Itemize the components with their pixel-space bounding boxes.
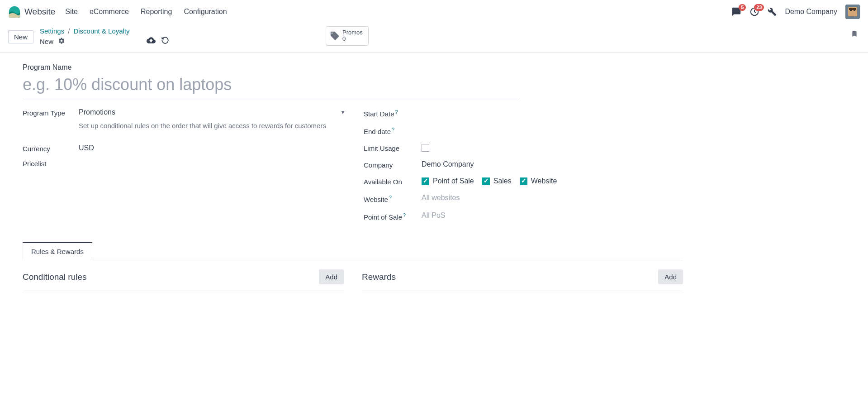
main-menu: Site eCommerce Reporting Configuration	[65, 8, 227, 16]
form-left-column: Program Type Promotions ▼ Set up conditi…	[23, 108, 346, 229]
rewards-title: Rewards	[362, 272, 396, 282]
pos-select[interactable]: All PoS	[422, 211, 683, 220]
pricelist-label: Pricelist	[23, 159, 79, 168]
program-type-value: Promotions	[79, 108, 115, 116]
add-reward-button[interactable]: Add	[658, 269, 683, 284]
tab-rules-rewards[interactable]: Rules & Rewards	[23, 242, 92, 260]
sales-checkbox[interactable]	[482, 177, 490, 185]
tab-bar: Rules & Rewards	[23, 242, 683, 260]
conditional-rules-title: Conditional rules	[23, 272, 87, 282]
pos-checkbox-label: Point of Sale	[433, 177, 474, 185]
activities-icon[interactable]: 23	[749, 7, 759, 17]
pos-select-label: Point of Sale?	[364, 211, 422, 221]
website-checkbox[interactable]	[520, 177, 527, 185]
program-type-description: Set up conditional rules on the order th…	[79, 121, 332, 131]
add-rule-button[interactable]: Add	[319, 269, 344, 284]
rewards-list	[362, 291, 683, 300]
program-name-input[interactable]	[23, 73, 520, 98]
app-logo[interactable]	[8, 5, 21, 18]
breadcrumb-current: New	[40, 38, 53, 45]
new-button[interactable]: New	[8, 30, 33, 43]
messages-badge: 5	[739, 4, 746, 11]
available-on-label: Available On	[364, 177, 422, 186]
activities-badge: 23	[754, 4, 764, 11]
messages-icon[interactable]: 5	[731, 7, 741, 17]
help-icon[interactable]: ?	[392, 127, 394, 132]
website-select[interactable]: All websites	[422, 194, 683, 202]
menu-configuration[interactable]: Configuration	[184, 8, 227, 16]
end-date-label: End date?	[364, 126, 422, 135]
status-icons	[147, 36, 169, 47]
sales-checkbox-label: Sales	[493, 177, 512, 185]
tags-icon	[330, 31, 340, 41]
rewards-column: Rewards Add	[362, 269, 683, 300]
menu-site[interactable]: Site	[65, 8, 78, 16]
gear-icon[interactable]	[58, 37, 65, 46]
rules-list	[23, 291, 344, 300]
menu-reporting[interactable]: Reporting	[141, 8, 172, 16]
limit-usage-checkbox[interactable]	[422, 144, 429, 152]
website-label: Website?	[364, 194, 422, 203]
debug-icon[interactable]	[768, 7, 777, 16]
control-bar: New Settings / Discount & Loyalty New	[0, 24, 868, 53]
cloud-save-icon[interactable]	[147, 36, 156, 47]
form-sheet: Program Name Program Type Promotions ▼ S…	[0, 53, 706, 318]
program-type-select[interactable]: Promotions ▼	[79, 108, 346, 116]
start-date-label: Start Date?	[364, 108, 422, 118]
breadcrumb-discount-loyalty[interactable]: Discount & Loyalty	[73, 27, 129, 35]
pos-checkbox[interactable]	[422, 177, 429, 185]
currency-label: Currency	[23, 144, 79, 153]
breadcrumb: Settings / Discount & Loyalty	[40, 27, 169, 35]
currency-value[interactable]: USD	[79, 144, 346, 152]
app-name[interactable]: Website	[24, 7, 55, 17]
menu-ecommerce[interactable]: eCommerce	[90, 8, 129, 16]
promos-count: 0	[342, 36, 363, 42]
breadcrumb-block: Settings / Discount & Loyalty New	[40, 27, 169, 47]
topnav-right: 5 23 Demo Company	[731, 5, 860, 19]
company-value[interactable]: Demo Company	[422, 160, 683, 168]
promos-label: Promos	[342, 29, 363, 36]
help-icon[interactable]: ?	[403, 212, 406, 218]
limit-usage-label: Limit Usage	[364, 144, 422, 152]
bookmark-icon[interactable]	[851, 30, 858, 40]
program-type-label: Program Type	[23, 108, 79, 117]
svg-rect-6	[849, 8, 856, 10]
top-nav: Website Site eCommerce Reporting Configu…	[0, 0, 868, 24]
company-selector[interactable]: Demo Company	[785, 8, 837, 16]
user-avatar[interactable]	[845, 5, 860, 19]
form-right-column: Start Date? End date? Limit Usage Compan…	[364, 108, 683, 229]
program-name-label: Program Name	[23, 63, 683, 72]
conditional-rules-column: Conditional rules Add	[23, 269, 344, 300]
discard-icon[interactable]	[161, 36, 169, 46]
breadcrumb-current-row: New	[40, 36, 169, 47]
rules-rewards-row: Conditional rules Add Rewards Add	[23, 269, 683, 300]
breadcrumb-separator: /	[68, 27, 70, 35]
help-icon[interactable]: ?	[395, 109, 398, 115]
website-checkbox-label: Website	[531, 177, 557, 185]
help-icon[interactable]: ?	[389, 195, 392, 200]
chevron-down-icon: ▼	[340, 109, 346, 115]
promos-stat[interactable]: Promos 0	[326, 26, 369, 46]
company-label: Company	[364, 160, 422, 169]
breadcrumb-settings[interactable]: Settings	[40, 27, 64, 35]
